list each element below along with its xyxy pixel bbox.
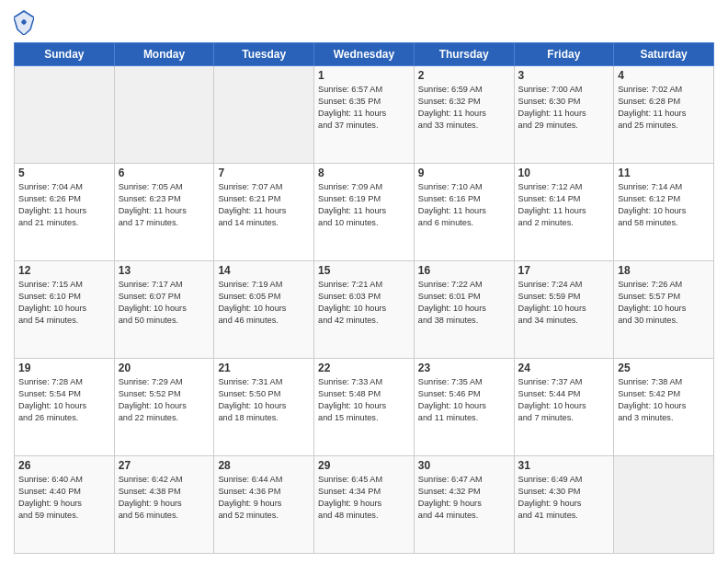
day-number: 23 (418, 362, 510, 374)
calendar-cell: 4Sunrise: 7:02 AM Sunset: 6:28 PM Daylig… (614, 66, 714, 164)
calendar-cell: 27Sunrise: 6:42 AM Sunset: 4:38 PM Dayli… (114, 456, 214, 554)
calendar-cell: 11Sunrise: 7:14 AM Sunset: 6:12 PM Dayli… (614, 164, 714, 261)
day-number: 6 (119, 167, 210, 179)
day-number: 5 (18, 167, 110, 179)
day-number: 24 (518, 362, 610, 374)
calendar-cell (114, 66, 214, 164)
calendar-cell: 1Sunrise: 6:57 AM Sunset: 6:35 PM Daylig… (314, 66, 415, 164)
calendar-cell: 7Sunrise: 7:07 AM Sunset: 6:21 PM Daylig… (214, 164, 314, 261)
day-number: 25 (618, 362, 710, 374)
day-info: Sunrise: 7:38 AM Sunset: 5:42 PM Dayligh… (618, 376, 710, 424)
day-info: Sunrise: 7:05 AM Sunset: 6:23 PM Dayligh… (119, 181, 210, 229)
calendar-cell: 5Sunrise: 7:04 AM Sunset: 6:26 PM Daylig… (15, 164, 115, 261)
calendar-cell: 28Sunrise: 6:44 AM Sunset: 4:36 PM Dayli… (214, 456, 314, 554)
day-number: 31 (518, 459, 610, 472)
day-number: 11 (618, 167, 710, 179)
day-number: 12 (18, 264, 110, 277)
day-number: 21 (218, 362, 310, 374)
day-info: Sunrise: 7:28 AM Sunset: 5:54 PM Dayligh… (18, 376, 110, 424)
col-header-friday: Friday (514, 43, 614, 66)
week-row-3: 19Sunrise: 7:28 AM Sunset: 5:54 PM Dayli… (15, 359, 714, 456)
calendar-cell: 10Sunrise: 7:12 AM Sunset: 6:14 PM Dayli… (514, 164, 614, 261)
col-header-tuesday: Tuesday (214, 43, 314, 66)
day-number: 14 (218, 264, 310, 277)
calendar-cell (614, 456, 714, 554)
day-info: Sunrise: 7:31 AM Sunset: 5:50 PM Dayligh… (218, 376, 310, 424)
day-info: Sunrise: 7:22 AM Sunset: 6:01 PM Dayligh… (418, 279, 510, 327)
logo (14, 9, 38, 35)
day-info: Sunrise: 7:24 AM Sunset: 5:59 PM Dayligh… (518, 279, 610, 327)
week-row-4: 26Sunrise: 6:40 AM Sunset: 4:40 PM Dayli… (15, 456, 714, 554)
col-header-wednesday: Wednesday (314, 43, 415, 66)
day-info: Sunrise: 7:19 AM Sunset: 6:05 PM Dayligh… (218, 279, 310, 327)
col-header-thursday: Thursday (414, 43, 514, 66)
calendar-cell (214, 66, 314, 164)
logo-icon (14, 9, 34, 35)
calendar-cell: 23Sunrise: 7:35 AM Sunset: 5:46 PM Dayli… (414, 359, 514, 456)
calendar-cell: 22Sunrise: 7:33 AM Sunset: 5:48 PM Dayli… (314, 359, 415, 456)
day-number: 4 (618, 69, 710, 82)
day-number: 16 (418, 264, 510, 277)
calendar-cell: 17Sunrise: 7:24 AM Sunset: 5:59 PM Dayli… (514, 261, 614, 359)
day-number: 26 (18, 459, 110, 472)
day-info: Sunrise: 6:44 AM Sunset: 4:36 PM Dayligh… (218, 474, 310, 522)
day-info: Sunrise: 7:02 AM Sunset: 6:28 PM Dayligh… (618, 84, 710, 132)
week-row-1: 5Sunrise: 7:04 AM Sunset: 6:26 PM Daylig… (15, 164, 714, 261)
day-info: Sunrise: 6:40 AM Sunset: 4:40 PM Dayligh… (18, 474, 110, 522)
calendar-cell: 6Sunrise: 7:05 AM Sunset: 6:23 PM Daylig… (114, 164, 214, 261)
calendar-cell: 29Sunrise: 6:45 AM Sunset: 4:34 PM Dayli… (314, 456, 415, 554)
day-number: 8 (318, 167, 410, 179)
day-info: Sunrise: 6:47 AM Sunset: 4:32 PM Dayligh… (418, 474, 510, 522)
day-info: Sunrise: 7:37 AM Sunset: 5:44 PM Dayligh… (518, 376, 610, 424)
calendar-cell: 8Sunrise: 7:09 AM Sunset: 6:19 PM Daylig… (314, 164, 415, 261)
calendar-cell: 21Sunrise: 7:31 AM Sunset: 5:50 PM Dayli… (214, 359, 314, 456)
calendar-cell (15, 66, 115, 164)
day-info: Sunrise: 7:10 AM Sunset: 6:16 PM Dayligh… (418, 181, 510, 229)
day-number: 20 (119, 362, 210, 374)
day-info: Sunrise: 6:59 AM Sunset: 6:32 PM Dayligh… (418, 84, 510, 132)
day-number: 18 (618, 264, 710, 277)
day-number: 27 (119, 459, 210, 472)
calendar-cell: 2Sunrise: 6:59 AM Sunset: 6:32 PM Daylig… (414, 66, 514, 164)
calendar-header-row: SundayMondayTuesdayWednesdayThursdayFrid… (15, 43, 714, 66)
day-info: Sunrise: 7:12 AM Sunset: 6:14 PM Dayligh… (518, 181, 610, 229)
day-info: Sunrise: 7:29 AM Sunset: 5:52 PM Dayligh… (119, 376, 210, 424)
week-row-2: 12Sunrise: 7:15 AM Sunset: 6:10 PM Dayli… (15, 261, 714, 359)
day-info: Sunrise: 6:49 AM Sunset: 4:30 PM Dayligh… (518, 474, 610, 522)
calendar-cell: 25Sunrise: 7:38 AM Sunset: 5:42 PM Dayli… (614, 359, 714, 456)
day-info: Sunrise: 6:45 AM Sunset: 4:34 PM Dayligh… (318, 474, 410, 522)
day-info: Sunrise: 7:35 AM Sunset: 5:46 PM Dayligh… (418, 376, 510, 424)
day-number: 22 (318, 362, 410, 374)
day-info: Sunrise: 7:17 AM Sunset: 6:07 PM Dayligh… (119, 279, 210, 327)
day-number: 29 (318, 459, 410, 472)
page: SundayMondayTuesdayWednesdayThursdayFrid… (0, 0, 728, 563)
day-number: 19 (18, 362, 110, 374)
calendar-cell: 13Sunrise: 7:17 AM Sunset: 6:07 PM Dayli… (114, 261, 214, 359)
day-number: 28 (218, 459, 310, 472)
day-info: Sunrise: 7:04 AM Sunset: 6:26 PM Dayligh… (18, 181, 110, 229)
day-info: Sunrise: 7:33 AM Sunset: 5:48 PM Dayligh… (318, 376, 410, 424)
calendar-cell: 15Sunrise: 7:21 AM Sunset: 6:03 PM Dayli… (314, 261, 415, 359)
day-number: 7 (218, 167, 310, 179)
day-info: Sunrise: 7:15 AM Sunset: 6:10 PM Dayligh… (18, 279, 110, 327)
day-info: Sunrise: 7:07 AM Sunset: 6:21 PM Dayligh… (218, 181, 310, 229)
calendar-cell: 20Sunrise: 7:29 AM Sunset: 5:52 PM Dayli… (114, 359, 214, 456)
day-info: Sunrise: 7:21 AM Sunset: 6:03 PM Dayligh… (318, 279, 410, 327)
col-header-sunday: Sunday (15, 43, 115, 66)
day-number: 1 (318, 69, 410, 82)
header (14, 9, 714, 35)
calendar-cell: 14Sunrise: 7:19 AM Sunset: 6:05 PM Dayli… (214, 261, 314, 359)
calendar-cell: 3Sunrise: 7:00 AM Sunset: 6:30 PM Daylig… (514, 66, 614, 164)
calendar-cell: 18Sunrise: 7:26 AM Sunset: 5:57 PM Dayli… (614, 261, 714, 359)
calendar-cell: 30Sunrise: 6:47 AM Sunset: 4:32 PM Dayli… (414, 456, 514, 554)
calendar-cell: 9Sunrise: 7:10 AM Sunset: 6:16 PM Daylig… (414, 164, 514, 261)
calendar-cell: 24Sunrise: 7:37 AM Sunset: 5:44 PM Dayli… (514, 359, 614, 456)
day-number: 3 (518, 69, 610, 82)
day-number: 15 (318, 264, 410, 277)
calendar-cell: 31Sunrise: 6:49 AM Sunset: 4:30 PM Dayli… (514, 456, 614, 554)
week-row-0: 1Sunrise: 6:57 AM Sunset: 6:35 PM Daylig… (15, 66, 714, 164)
day-info: Sunrise: 7:26 AM Sunset: 5:57 PM Dayligh… (618, 279, 710, 327)
calendar-cell: 19Sunrise: 7:28 AM Sunset: 5:54 PM Dayli… (15, 359, 115, 456)
day-info: Sunrise: 7:00 AM Sunset: 6:30 PM Dayligh… (518, 84, 610, 132)
day-number: 13 (119, 264, 210, 277)
